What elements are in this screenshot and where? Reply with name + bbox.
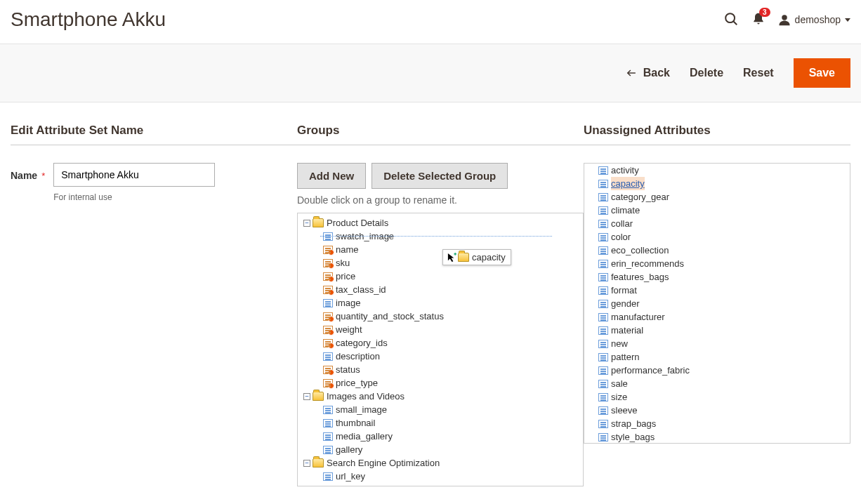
svg-point-2: [782, 15, 787, 20]
edit-name-section-title: Edit Attribute Set Name: [11, 124, 297, 145]
unassigned-attribute[interactable]: gender: [584, 297, 850, 310]
attribute-icon: [323, 352, 333, 361]
attribute-item[interactable]: description: [299, 350, 581, 363]
drag-ghost-label: capacity: [472, 252, 506, 263]
attribute-icon: [598, 273, 608, 281]
unassigned-attribute[interactable]: material: [584, 324, 850, 337]
group-folder-label: Images and Videos: [327, 390, 405, 403]
unassigned-attribute-label: style_bags: [611, 430, 655, 444]
attribute-label: sku: [336, 256, 350, 270]
reset-button[interactable]: Reset: [743, 67, 774, 79]
attribute-item[interactable]: image: [299, 296, 581, 310]
unassigned-tree[interactable]: activitycapacitycategory_gearclimatecoll…: [584, 163, 850, 444]
attribute-label: price: [336, 270, 355, 283]
unassigned-attribute[interactable]: manufacturer: [584, 310, 850, 324]
attribute-item[interactable]: media_gallery: [299, 430, 581, 443]
unassigned-attribute[interactable]: new: [584, 337, 850, 350]
attribute-item[interactable]: category_ids: [299, 336, 581, 350]
attribute-item[interactable]: url_key: [299, 470, 581, 483]
back-button[interactable]: Back: [625, 67, 670, 79]
attribute-item[interactable]: tax_class_id: [299, 283, 581, 296]
attribute-label: image: [336, 296, 360, 310]
drag-ghost: capacity: [442, 249, 511, 265]
attribute-item[interactable]: status: [299, 363, 581, 376]
unassigned-attribute[interactable]: size: [584, 390, 850, 404]
unassigned-attribute[interactable]: collar: [584, 217, 850, 230]
collapse-icon[interactable]: −: [303, 460, 310, 467]
groups-tree[interactable]: −Product Detailsswatch_imagenameskuprice…: [297, 213, 584, 486]
attribute-item[interactable]: thumbnail: [299, 416, 581, 430]
delete-selected-group-button[interactable]: Delete Selected Group: [372, 163, 508, 189]
folder-icon: [313, 218, 324, 227]
attribute-icon: [323, 486, 333, 487]
group-folder[interactable]: −Search Engine Optimization: [299, 456, 581, 470]
attribute-item[interactable]: price: [299, 270, 581, 283]
attribute-item[interactable]: name: [299, 243, 581, 256]
attribute-label: meta_title: [336, 483, 375, 486]
unassigned-attribute-label: sale: [611, 377, 628, 390]
group-folder[interactable]: −Images and Videos: [299, 390, 581, 403]
unassigned-attribute[interactable]: performance_fabric: [584, 364, 850, 377]
attribute-item[interactable]: sku: [299, 256, 581, 270]
folder-icon: [313, 392, 324, 401]
attribute-icon: [323, 379, 333, 387]
attribute-icon: [323, 299, 333, 307]
unassigned-attribute[interactable]: style_bags: [584, 430, 850, 444]
add-new-group-button[interactable]: Add New: [297, 163, 366, 189]
attribute-item[interactable]: weight: [299, 323, 581, 336]
unassigned-attribute[interactable]: eco_collection: [584, 244, 850, 257]
folder-icon: [313, 458, 324, 467]
unassigned-attribute[interactable]: capacity: [584, 177, 850, 190]
drop-indicator-line: [320, 236, 552, 237]
attribute-icon: [323, 366, 333, 374]
attribute-item[interactable]: price_type: [299, 376, 581, 390]
attribute-icon: [598, 300, 608, 308]
unassigned-attribute-label: performance_fabric: [611, 364, 690, 377]
unassigned-attribute-label: capacity: [611, 177, 645, 190]
attribute-icon: [598, 220, 608, 228]
unassigned-attribute[interactable]: strap_bags: [584, 417, 850, 430]
folder-icon: [458, 253, 469, 262]
attribute-icon: [598, 246, 608, 255]
collapse-icon[interactable]: −: [303, 220, 310, 227]
save-button[interactable]: Save: [794, 58, 850, 88]
arrow-left-icon: [625, 68, 638, 78]
unassigned-attribute[interactable]: activity: [584, 164, 850, 177]
unassigned-attribute-label: format: [611, 284, 637, 297]
group-folder[interactable]: −Product Details: [299, 216, 581, 230]
unassigned-attribute[interactable]: climate: [584, 204, 850, 217]
unassigned-attribute[interactable]: erin_recommends: [584, 257, 850, 270]
attribute-label: gallery: [336, 443, 362, 456]
attribute-icon: [323, 272, 333, 281]
notifications-icon[interactable]: 3: [751, 11, 765, 29]
attribute-item[interactable]: gallery: [299, 443, 581, 456]
attribute-icon: [323, 246, 333, 254]
unassigned-attribute-label: eco_collection: [611, 244, 669, 257]
unassigned-attribute-label: erin_recommends: [611, 257, 684, 270]
unassigned-attribute[interactable]: sale: [584, 377, 850, 390]
attribute-item[interactable]: meta_title: [299, 483, 581, 486]
unassigned-attribute-label: features_bags: [611, 270, 669, 284]
search-icon[interactable]: [723, 11, 739, 29]
delete-button[interactable]: Delete: [690, 67, 723, 79]
unassigned-attribute[interactable]: sleeve: [584, 404, 850, 417]
page-title: Smartphone Akku: [11, 8, 166, 31]
attribute-icon: [323, 312, 333, 321]
unassigned-attribute[interactable]: category_gear: [584, 190, 850, 204]
collapse-icon[interactable]: −: [303, 393, 310, 400]
account-menu[interactable]: demoshop: [778, 13, 850, 26]
unassigned-attribute[interactable]: pattern: [584, 350, 850, 364]
unassigned-attribute[interactable]: format: [584, 284, 850, 297]
svg-point-0: [725, 13, 735, 22]
required-indicator: *: [41, 171, 45, 181]
name-input[interactable]: [53, 163, 215, 187]
attribute-item[interactable]: quantity_and_stock_status: [299, 310, 581, 323]
attribute-label: weight: [336, 323, 362, 336]
unassigned-attribute-label: category_gear: [611, 190, 669, 204]
attribute-item[interactable]: small_image: [299, 403, 581, 416]
unassigned-attribute-label: pattern: [611, 350, 639, 364]
unassigned-attribute[interactable]: color: [584, 230, 850, 244]
attribute-icon: [323, 326, 333, 334]
unassigned-attribute-label: color: [611, 230, 631, 244]
unassigned-attribute[interactable]: features_bags: [584, 270, 850, 284]
